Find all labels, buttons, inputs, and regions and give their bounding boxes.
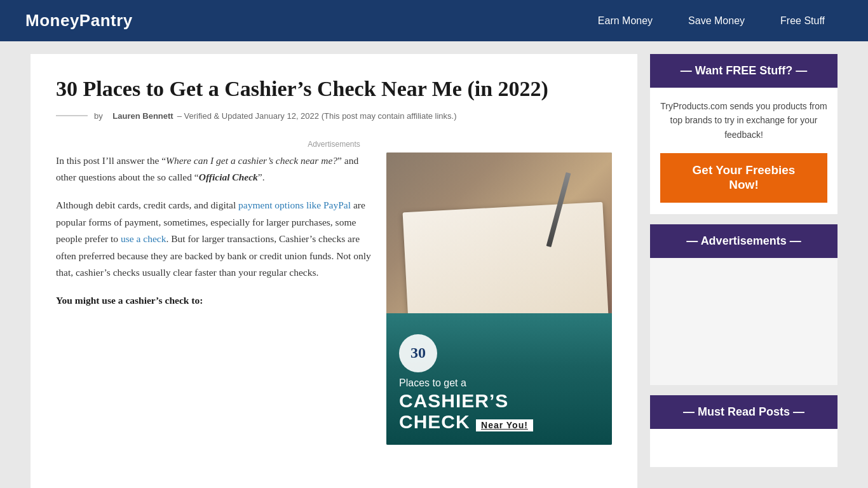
article-para-1: In this post I’ll answer the “Where can … — [56, 152, 374, 186]
page-wrap: 30 Places to Get a Cashier’s Check Near … — [21, 41, 847, 488]
nav-free-stuff[interactable]: Free Stuff — [763, 0, 843, 41]
ads-header-suffix: — — [790, 234, 801, 247]
image-number-circle: 30 — [399, 334, 437, 372]
cta-line-1: Get Your Freebies — [693, 163, 796, 177]
ads-label: Advertisements — [56, 140, 612, 149]
site-header: MoneyPantry Earn Money Save Money Free S… — [0, 0, 868, 41]
image-overlay: 30 Places to get a CASHIER’S CHECK Near … — [386, 322, 612, 445]
para1-italic: Where can I get a cashier’s check near m… — [166, 155, 337, 166]
overlay-places-text: Places to get a — [399, 377, 599, 389]
image-bg-bottom: 30 Places to get a CASHIER’S CHECK Near … — [386, 313, 612, 445]
article-title: 30 Places to Get a Cashier’s Check Near … — [56, 76, 612, 102]
free-stuff-header-prefix: — — [681, 64, 692, 77]
nav-save-money[interactable]: Save Money — [670, 0, 763, 41]
para2-link-paypal[interactable]: payment options like PayPal — [238, 200, 351, 210]
overlay-near-you: Near You! — [476, 419, 533, 431]
free-stuff-widget-header: — Want FREE Stuff? — — [650, 54, 837, 88]
article-meta: by Lauren Bennett– Verified & Updated Ja… — [56, 111, 612, 121]
meta-author: Lauren Bennett — [112, 111, 173, 121]
para2-link-check[interactable]: use a check — [121, 233, 166, 244]
ads-header-prefix: — — [686, 234, 698, 247]
nav-earn-money[interactable]: Earn Money — [580, 0, 670, 41]
article-para-2: Although debit cards, credit cards, and … — [56, 197, 374, 281]
para2-start: Although debit cards, credit cards, and … — [56, 200, 238, 210]
sidebar: — Want FREE Stuff? — TryProducts.com sen… — [650, 54, 837, 467]
ads-widget: — Advertisements — — [650, 224, 837, 385]
meta-detail: – Verified & Updated January 12, 2022 (T… — [177, 111, 457, 121]
article-subheading: You might use a cashier’s check to: — [56, 292, 374, 309]
cta-line-2: Now! — [729, 178, 758, 191]
free-stuff-cta-button[interactable]: Get Your Freebies Now! — [660, 153, 827, 203]
free-stuff-header-suffix: — — [796, 64, 807, 77]
must-read-widget: — Must Read Posts — — [650, 395, 837, 467]
must-read-body — [650, 429, 837, 467]
ads-widget-body — [650, 258, 837, 385]
must-read-header: — Must Read Posts — — [650, 395, 837, 429]
check-paper — [403, 202, 609, 325]
must-read-title: Must Read Posts — [698, 405, 790, 418]
featured-image-wrap: 30 Places to get a CASHIER’S CHECK Near … — [386, 152, 612, 445]
main-content: 30 Places to Get a Cashier’s Check Near … — [31, 54, 637, 488]
para1-before-italic: In this post I’ll answer the “ — [56, 155, 166, 166]
meta-line-decoration — [56, 115, 88, 116]
overlay-cashiers-text: CASHIER’S CHECK Near You! — [399, 390, 599, 432]
ads-widget-header: — Advertisements — — [650, 224, 837, 258]
overlay-check-label: CHECK — [399, 411, 470, 432]
ads-header-title: Advertisements — [701, 234, 787, 247]
overlay-cashiers-label: CASHIER’S — [399, 390, 508, 411]
featured-image: 30 Places to get a CASHIER’S CHECK Near … — [386, 152, 612, 445]
meta-prefix: by — [94, 111, 103, 121]
para1-end: ”. — [258, 172, 265, 182]
free-stuff-header-title: Want FREE Stuff? — [695, 64, 792, 77]
article-body: In this post I’ll answer the “Where can … — [56, 152, 612, 445]
must-read-prefix: — — [683, 405, 695, 418]
main-nav: Earn Money Save Money Free Stuff — [580, 0, 843, 41]
free-stuff-widget-body: TryProducts.com sends you products from … — [650, 88, 837, 214]
para1-bold-italic: Official Check — [199, 172, 258, 182]
free-stuff-widget: — Want FREE Stuff? — TryProducts.com sen… — [650, 54, 837, 214]
must-read-suffix: — — [793, 405, 804, 418]
image-bg-top — [386, 152, 612, 313]
site-logo[interactable]: MoneyPantry — [25, 11, 133, 30]
article-text: In this post I’ll answer the “Where can … — [56, 152, 374, 321]
free-stuff-description: TryProducts.com sends you products from … — [660, 99, 827, 142]
